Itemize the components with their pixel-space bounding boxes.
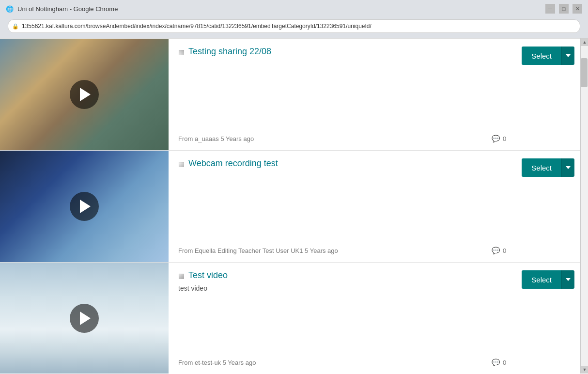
video-item-testing-sharing: ▦ Testing sharing 22/08 From a_uaaas 5 Y… [0, 38, 580, 151]
item-meta-testing-sharing: From a_uaaas 5 Years ago 💬 0 [178, 131, 506, 142]
item-details-test-video: ▦ Test video test video From et-test-uk … [169, 263, 516, 374]
from-text-webcam: From Equella Editing Teacher Test User U… [178, 247, 338, 254]
scrollbar[interactable]: ▲ ▼ [580, 38, 588, 374]
video-title-test-video[interactable]: Test video [188, 270, 228, 280]
select-dropdown-webcam[interactable] [561, 158, 574, 177]
select-wrap-webcam: Select [516, 151, 580, 262]
play-icon [80, 88, 91, 101]
title-row: ▦ Webcam recording test [178, 158, 506, 169]
from-text-test-video: From et-test-uk 5 Years ago [178, 359, 256, 366]
film-icon: ▦ [178, 160, 185, 168]
comment-icon: 💬 [492, 358, 500, 366]
scrollbar-thumb[interactable] [581, 58, 588, 87]
comment-icon: 💬 [492, 135, 500, 142]
item-details-testing-sharing: ▦ Testing sharing 22/08 From a_uaaas 5 Y… [169, 39, 516, 150]
lock-icon: 🔒 [12, 23, 19, 30]
video-title-webcam[interactable]: Webcam recording test [188, 158, 278, 169]
thumbnail-webcam[interactable] [0, 151, 169, 262]
comment-count-webcam: 0 [503, 247, 506, 254]
play-icon [80, 312, 91, 325]
item-meta-test-video: From et-test-uk 5 Years ago 💬 0 [178, 355, 506, 366]
select-btn-group-testing-sharing: Select [522, 47, 574, 65]
select-button-test-video[interactable]: Select [522, 270, 561, 289]
maximize-button[interactable]: □ [559, 4, 569, 14]
address-bar[interactable]: 🔒 1355621.kaf.kaltura.com/browseAndembed… [8, 19, 580, 33]
title-row: ▦ Testing sharing 22/08 [178, 47, 506, 57]
select-button-webcam[interactable]: Select [522, 158, 561, 177]
close-button[interactable]: ✕ [573, 4, 582, 14]
item-meta-webcam: From Equella Editing Teacher Test User U… [178, 243, 506, 254]
select-wrap-testing-sharing: Select [516, 39, 580, 150]
select-btn-group-webcam: Select [522, 158, 574, 177]
scroll-up-button[interactable]: ▲ [581, 38, 588, 46]
video-item-webcam: ▦ Webcam recording test From Equella Edi… [0, 151, 580, 263]
window-controls[interactable]: ─ □ ✕ [545, 4, 582, 14]
address-bar-row: 🔒 1355621.kaf.kaltura.com/browseAndembed… [0, 19, 588, 38]
thumbnail-test-video[interactable] [0, 263, 169, 374]
video-list-container: ▦ Testing sharing 22/08 From a_uaaas 5 Y… [0, 38, 580, 374]
url-text: 1355621.kaf.kaltura.com/browseAndembed/i… [22, 23, 371, 30]
play-icon [80, 200, 91, 213]
video-item-test-video: ▦ Test video test video From et-test-uk … [0, 263, 580, 374]
video-title-testing-sharing[interactable]: Testing sharing 22/08 [188, 47, 271, 57]
from-text-testing-sharing: From a_uaaas 5 Years ago [178, 135, 254, 142]
chevron-down-icon [566, 278, 571, 281]
item-details-webcam: ▦ Webcam recording test From Equella Edi… [169, 151, 516, 262]
thumbnail-testing-sharing[interactable] [0, 39, 169, 150]
minimize-button[interactable]: ─ [545, 4, 555, 14]
select-btn-group-test-video: Select [522, 270, 574, 289]
play-button-test-video[interactable] [70, 304, 99, 333]
comment-count-test-video: 0 [503, 359, 506, 366]
browser-chrome: 🌐 Uni of Nottingham - Google Chrome ─ □ … [0, 0, 588, 38]
play-button-webcam[interactable] [70, 192, 99, 221]
comment-icon: 💬 [492, 247, 500, 254]
video-list: ▦ Testing sharing 22/08 From a_uaaas 5 Y… [0, 38, 580, 374]
scroll-down-button[interactable]: ▼ [581, 366, 588, 374]
comment-count-testing-sharing: 0 [503, 135, 506, 142]
content-area: ▦ Testing sharing 22/08 From a_uaaas 5 Y… [0, 38, 588, 374]
play-button-testing-sharing[interactable] [70, 80, 99, 109]
chevron-down-icon [566, 166, 571, 169]
film-icon: ▦ [178, 272, 185, 280]
select-dropdown-testing-sharing[interactable] [561, 47, 574, 65]
window-title: Uni of Nottingham - Google Chrome [17, 5, 118, 13]
select-button-testing-sharing[interactable]: Select [522, 47, 561, 65]
film-icon: ▦ [178, 48, 185, 56]
chevron-down-icon [566, 54, 571, 57]
title-row: ▦ Test video [178, 270, 506, 280]
item-description-test-video: test video [178, 284, 506, 292]
select-dropdown-test-video[interactable] [561, 270, 574, 289]
select-wrap-test-video: Select [516, 263, 580, 374]
title-bar: 🌐 Uni of Nottingham - Google Chrome ─ □ … [0, 0, 588, 17]
